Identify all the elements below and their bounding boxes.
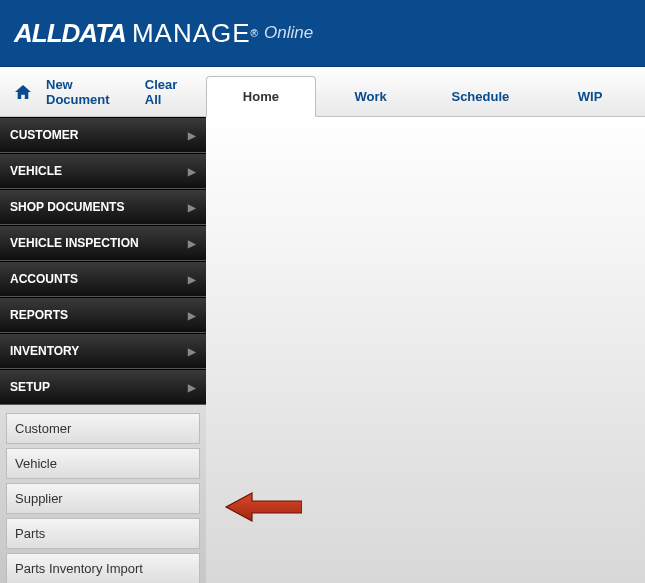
tab-wip[interactable]: WIP: [535, 76, 645, 116]
nav-label: VEHICLE: [10, 164, 62, 178]
sub-label: Customer: [15, 421, 71, 436]
nav-shop-documents[interactable]: SHOP DOCUMENTS ▶: [0, 189, 206, 225]
tab-label: WIP: [578, 89, 603, 104]
nav-label: CUSTOMER: [10, 128, 78, 142]
sub-label: Vehicle: [15, 456, 57, 471]
nav-label: SHOP DOCUMENTS: [10, 200, 124, 214]
sub-supplier[interactable]: Supplier: [6, 483, 200, 514]
clear-all-link[interactable]: Clear All: [145, 77, 192, 107]
sidebar: CUSTOMER ▶ VEHICLE ▶ SHOP DOCUMENTS ▶ VE…: [0, 117, 206, 583]
nav-setup[interactable]: SETUP ▶: [0, 369, 206, 405]
body-area: CUSTOMER ▶ VEHICLE ▶ SHOP DOCUMENTS ▶ VE…: [0, 117, 645, 583]
brand-data: DATA: [62, 18, 126, 49]
chevron-right-icon: ▶: [188, 274, 196, 285]
home-icon[interactable]: [14, 84, 32, 100]
tab-work[interactable]: Work: [316, 76, 426, 116]
nav-reports[interactable]: REPORTS ▶: [0, 297, 206, 333]
nav-label: INVENTORY: [10, 344, 79, 358]
nav-label: ACCOUNTS: [10, 272, 78, 286]
chevron-right-icon: ▶: [188, 166, 196, 177]
sub-parts[interactable]: Parts: [6, 518, 200, 549]
sub-label: Parts Inventory Import: [15, 561, 143, 576]
brand-manage: MANAGE: [132, 18, 251, 49]
nav-label: VEHICLE INSPECTION: [10, 236, 139, 250]
tab-strip: Home Work Schedule WIP: [206, 67, 645, 116]
nav-inventory[interactable]: INVENTORY ▶: [0, 333, 206, 369]
new-document-link[interactable]: New Document: [46, 77, 131, 107]
tab-label: Work: [354, 89, 386, 104]
brand-online: Online: [264, 23, 313, 43]
chevron-right-icon: ▶: [188, 346, 196, 357]
tab-schedule[interactable]: Schedule: [426, 76, 536, 116]
sub-label: Parts: [15, 526, 45, 541]
sub-vehicle[interactable]: Vehicle: [6, 448, 200, 479]
nav-label: REPORTS: [10, 308, 68, 322]
app-header: ALLDATA MANAGE® Online: [0, 0, 645, 67]
sub-parts-inventory-import[interactable]: Parts Inventory Import: [6, 553, 200, 583]
nav-label: SETUP: [10, 380, 50, 394]
chevron-right-icon: ▶: [188, 382, 196, 393]
tab-home[interactable]: Home: [206, 76, 316, 117]
tab-label: Schedule: [451, 89, 509, 104]
toolbar: New Document Clear All Home Work Schedul…: [0, 67, 645, 117]
setup-submenu: Customer Vehicle Supplier Parts Parts In…: [0, 405, 206, 583]
tab-label: Home: [243, 89, 279, 104]
arrow-callout-icon: [224, 492, 302, 526]
sub-customer[interactable]: Customer: [6, 413, 200, 444]
registered-mark: ®: [251, 28, 258, 39]
chevron-right-icon: ▶: [188, 238, 196, 249]
toolbar-left: New Document Clear All: [0, 67, 206, 116]
nav-vehicle[interactable]: VEHICLE ▶: [0, 153, 206, 189]
sub-label: Supplier: [15, 491, 63, 506]
brand-all: ALL: [14, 18, 62, 49]
chevron-right-icon: ▶: [188, 130, 196, 141]
nav-vehicle-inspection[interactable]: VEHICLE INSPECTION ▶: [0, 225, 206, 261]
chevron-right-icon: ▶: [188, 202, 196, 213]
chevron-right-icon: ▶: [188, 310, 196, 321]
content-area: [206, 117, 645, 583]
nav-accounts[interactable]: ACCOUNTS ▶: [0, 261, 206, 297]
nav-customer[interactable]: CUSTOMER ▶: [0, 117, 206, 153]
